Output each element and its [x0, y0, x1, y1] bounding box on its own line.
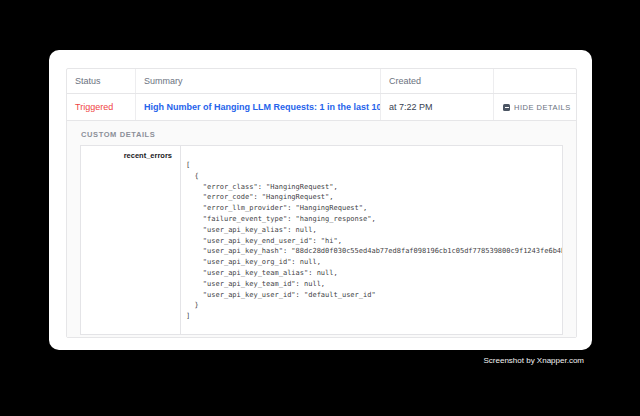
- detail-value-cell: [ { "error_class": "HangingRequest", "er…: [180, 146, 562, 334]
- custom-details-table: recent_errors [ { "error_class": "Hangin…: [80, 145, 563, 335]
- summary-cell: High Number of Hanging LLM Requests: 1 i…: [136, 94, 381, 120]
- custom-details-section: CUSTOM DETAILS recent_errors [ { "error_…: [67, 121, 576, 337]
- status-badge: Triggered: [75, 102, 113, 112]
- minus-square-icon: [503, 104, 510, 111]
- xnapper-watermark: Screenshot by Xnapper.com: [483, 356, 584, 365]
- table-row: Triggered High Number of Hanging LLM Req…: [67, 94, 576, 121]
- alert-summary-link[interactable]: High Number of Hanging LLM Requests: 1 i…: [144, 102, 381, 112]
- actions-cell: HIDE DETAILS: [494, 94, 576, 120]
- column-header-created: Created: [381, 69, 494, 93]
- table-header-row: Status Summary Created: [67, 69, 576, 94]
- column-header-actions: [494, 69, 576, 93]
- custom-details-label: CUSTOM DETAILS: [81, 130, 563, 139]
- column-header-status: Status: [67, 69, 136, 93]
- alert-details-card: Status Summary Created Triggered High Nu…: [49, 50, 592, 350]
- recent-errors-json-code: [ { "error_class": "HangingRequest", "er…: [181, 146, 562, 334]
- hide-details-label: HIDE DETAILS: [514, 103, 571, 112]
- alerts-table: Status Summary Created Triggered High Nu…: [66, 68, 577, 338]
- status-cell: Triggered: [67, 94, 136, 120]
- created-cell: at 7:22 PM: [381, 94, 494, 120]
- column-header-summary: Summary: [136, 69, 381, 93]
- detail-key-recent-errors: recent_errors: [81, 146, 180, 334]
- hide-details-button[interactable]: HIDE DETAILS: [503, 103, 571, 112]
